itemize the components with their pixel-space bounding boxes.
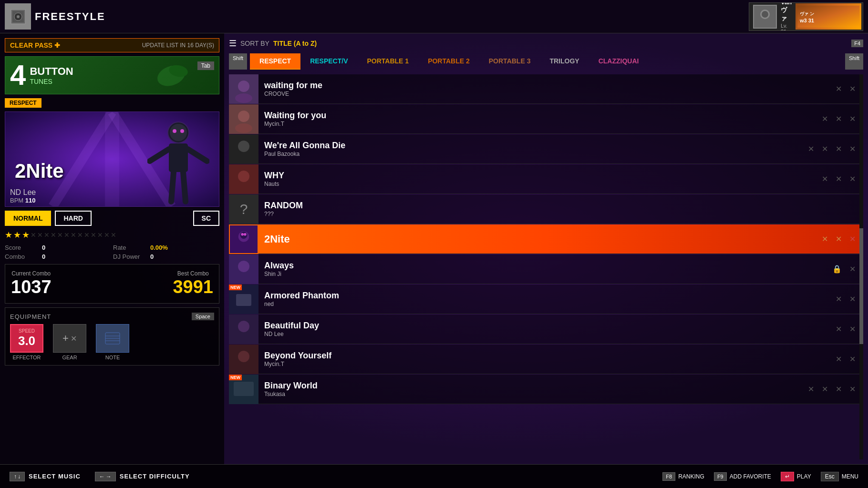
space-badge[interactable]: Space: [192, 313, 214, 320]
user-banner: ヴァ ン w3 31: [796, 3, 861, 30]
star-12: ✕: [84, 231, 90, 239]
song-row-2nite[interactable]: 2Nite ✕ ✕ ✕: [229, 224, 863, 254]
song-row-binary-world[interactable]: NEW Binary World Tsukasa ✕ ✕ ✕ ✕: [229, 375, 863, 404]
f4-badge[interactable]: F4: [851, 40, 863, 47]
star-4: ✕: [31, 231, 36, 239]
list-scrollbar[interactable]: [859, 74, 863, 459]
song-thumb-1: [229, 74, 258, 104]
diff-x-2c: ✕: [849, 114, 856, 123]
song-info-2nite: 2Nite: [258, 233, 822, 245]
shift-right-badge[interactable]: Shift: [845, 53, 863, 70]
tab-portable1[interactable]: PORTABLE 1: [358, 53, 419, 70]
f9-badge[interactable]: F9: [714, 472, 727, 481]
list-scrollbar-thumb[interactable]: [859, 228, 863, 344]
song-row-waiting-for-you[interactable]: Waiting for you Mycin.T ✕ ✕ ✕: [229, 104, 863, 134]
song-artist-display: ND Lee: [10, 188, 36, 197]
song-row-waiting-for-me[interactable]: waiting for me CROOVE ✕ ✕: [229, 74, 863, 104]
diff-indicators-2: ✕ ✕ ✕: [822, 114, 856, 123]
ranking-action: F8 RANKING: [662, 472, 704, 481]
diff-x-2b: ✕: [836, 114, 842, 123]
speed-box[interactable]: SPEED 3.0: [10, 324, 43, 353]
diff-indicators-binary: ✕ ✕ ✕ ✕: [808, 385, 856, 394]
esc-badge[interactable]: Esc: [821, 472, 839, 481]
song-row-beautiful-day[interactable]: Beautiful Day ND Lee ✕ ✕: [229, 315, 863, 344]
tunes-word: TUNES: [30, 78, 73, 85]
svg-line-21: [150, 149, 169, 161]
tab-trilogy[interactable]: TRILOGY: [540, 53, 589, 70]
svg-point-41: [240, 232, 248, 239]
song-thumb-beautiful: [229, 315, 258, 344]
tab-badge[interactable]: Tab: [197, 61, 214, 70]
speed-value: 3.0: [18, 334, 35, 348]
diff-x-2nite-a: ✕: [822, 234, 828, 244]
diff-indicators-armored: ✕ ✕: [836, 295, 856, 304]
rate-label: Rate: [113, 244, 146, 251]
question-mark-icon: ?: [240, 201, 248, 217]
sort-value: TITLE (A to Z): [273, 40, 317, 47]
up-down-arrows-badge: ↑ ↓: [10, 472, 25, 481]
clear-pass-label: CLEAR PASS ✚: [10, 41, 60, 49]
diff-indicators-always: 🔒 ✕: [832, 264, 856, 274]
song-artist-beyond: Mycin.T: [264, 361, 830, 367]
svg-rect-53: [234, 382, 254, 396]
select-difficulty-action: ← → SELECT DIFFICULTY: [95, 472, 190, 481]
svg-line-24: [183, 172, 186, 202]
tab-respect-v[interactable]: RESPECT/V: [300, 53, 357, 70]
svg-point-3: [17, 15, 20, 18]
diff-x-3b: ✕: [822, 144, 828, 153]
song-artist-1: CROOVE: [264, 91, 830, 97]
combo-label: Combo: [5, 253, 38, 260]
song-thumb-2nite: [229, 224, 258, 254]
button-mode-area: 4 BUTTON TUNES Tab: [5, 56, 219, 94]
song-info-beyond: Beyond Yourself Mycin.T: [258, 351, 836, 367]
song-artist-armored: ned: [264, 301, 830, 307]
difficulty-normal-btn[interactable]: NORMAL: [5, 211, 51, 226]
diff-x-3a: ✕: [808, 144, 814, 153]
up-arrow-icon: ↑: [14, 473, 17, 480]
menu-icon[interactable]: ☰: [229, 38, 237, 49]
tab-clazziquai[interactable]: CLAZZIQUAI: [589, 53, 649, 70]
tab-portable3[interactable]: PORTABLE 3: [479, 53, 540, 70]
current-combo-label: Current Combo: [11, 270, 52, 277]
svg-line-22: [188, 149, 207, 161]
song-name-armored: Armored Phantom: [264, 291, 830, 301]
note-box[interactable]: [96, 324, 129, 353]
song-info-always: Always Shin Ji: [258, 261, 832, 277]
difficulty-hard-btn[interactable]: HARD: [55, 211, 91, 226]
diff-x-1a: ✕: [836, 84, 842, 93]
lock-icon-always: 🔒: [832, 264, 842, 274]
add-favorite-label: ADD FAVORITE: [730, 473, 771, 480]
difficulty-sc-btn[interactable]: SC: [193, 211, 219, 226]
difficulty-row: NORMAL HARD SC: [5, 211, 219, 226]
song-info-3: We're All Gonna Die Paul Bazooka: [258, 141, 808, 157]
diff-x-beyond-b: ✕: [849, 355, 856, 364]
song-row-random[interactable]: ? RANDOM ???: [229, 194, 863, 224]
song-name-3: We're All Gonna Die: [264, 141, 802, 151]
diff-x-beyond-a: ✕: [836, 355, 842, 364]
diff-x-always-b: ✕: [849, 264, 856, 274]
song-row-were-all-gonna-die[interactable]: We're All Gonna Die Paul Bazooka ✕ ✕ ✕ ✕: [229, 134, 863, 164]
enter-badge[interactable]: ↵: [781, 472, 794, 481]
song-row-beyond-yourself[interactable]: Beyond Yourself Mycin.T ✕ ✕: [229, 345, 863, 374]
svg-rect-20: [169, 143, 188, 172]
tab-respect[interactable]: RESPECT: [250, 53, 300, 70]
song-row-armored-phantom[interactable]: NEW Armored Phantom ned ✕ ✕: [229, 285, 863, 314]
diff-x-binary-b: ✕: [822, 385, 828, 394]
f8-badge[interactable]: F8: [662, 472, 675, 481]
equipment-title: EQUIPMENT: [10, 313, 51, 320]
menu-label: MENU: [842, 473, 858, 480]
gear-box[interactable]: + ✕: [53, 324, 86, 353]
speed-label: SPEED: [19, 328, 35, 334]
tab-portable2[interactable]: PORTABLE 2: [418, 53, 479, 70]
song-row-why[interactable]: WHY Nauts ✕ ✕ ✕: [229, 164, 863, 194]
shift-left-badge[interactable]: Shift: [229, 53, 247, 70]
left-panel: CLEAR PASS ✚ UPDATE LIST IN 16 DAY(S) 4 …: [0, 33, 224, 464]
song-row-always[interactable]: Always Shin Ji 🔒 ✕: [229, 254, 863, 284]
diff-x-beautiful-a: ✕: [836, 325, 842, 334]
song-thumb-4: [229, 164, 258, 194]
top-bar: FREESTYLE Van ヴァ Lv. 31: [0, 0, 868, 33]
button-word: BUTTON: [30, 65, 73, 78]
update-text: UPDATE LIST IN 16 DAY(S): [142, 42, 214, 49]
diff-x-2nite-b: ✕: [836, 234, 842, 244]
song-name-beautiful: Beautiful Day: [264, 321, 830, 331]
